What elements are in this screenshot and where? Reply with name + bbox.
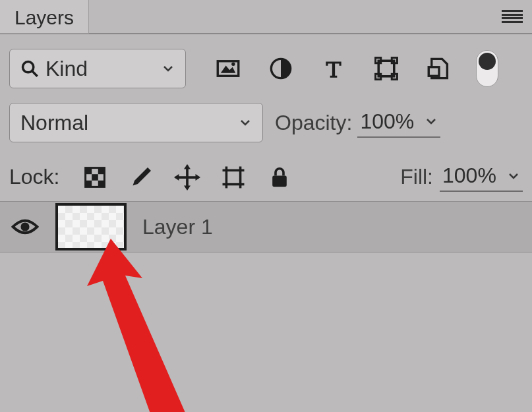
svg-marker-3 xyxy=(221,66,236,73)
annotation-arrow xyxy=(78,232,223,412)
panel-menu-button[interactable] xyxy=(492,0,532,33)
svg-marker-22 xyxy=(174,174,179,181)
filter-kind-label: Kind xyxy=(45,57,155,81)
lock-pixels-icon[interactable] xyxy=(128,164,154,191)
toggle-knob xyxy=(479,53,496,70)
lock-position-icon[interactable] xyxy=(174,164,200,191)
svg-rect-13 xyxy=(86,167,92,174)
chevron-down-icon xyxy=(507,169,520,183)
svg-rect-33 xyxy=(273,175,287,187)
panel-title: Layers xyxy=(15,7,74,28)
opacity-input[interactable]: 100% xyxy=(357,108,440,138)
fill-label: Fill: xyxy=(400,165,433,189)
blend-mode-value: Normal xyxy=(20,111,239,135)
fill-input[interactable]: 100% xyxy=(440,162,523,192)
svg-marker-35 xyxy=(87,239,190,412)
smart-object-filter-icon[interactable] xyxy=(426,55,452,82)
svg-rect-24 xyxy=(227,170,241,184)
adjustment-layer-filter-icon[interactable] xyxy=(268,55,294,82)
hamburger-icon xyxy=(502,10,523,23)
svg-point-0 xyxy=(23,62,34,73)
layer-name[interactable]: Layer 1 xyxy=(142,215,213,239)
search-icon xyxy=(20,59,39,78)
visibility-toggle[interactable] xyxy=(11,218,40,236)
fill-value: 100% xyxy=(442,163,502,188)
svg-rect-16 xyxy=(86,180,92,187)
lock-transparency-icon[interactable] xyxy=(82,164,108,191)
svg-rect-15 xyxy=(92,174,99,181)
blend-mode-select[interactable]: Normal xyxy=(9,103,263,142)
chevron-down-icon xyxy=(162,62,176,75)
svg-marker-23 xyxy=(196,174,201,181)
type-layer-filter-icon[interactable] xyxy=(320,55,347,82)
layer-row[interactable]: Layer 1 xyxy=(0,201,532,252)
chevron-down-icon xyxy=(425,115,438,128)
filter-toggle[interactable] xyxy=(476,50,498,87)
svg-marker-21 xyxy=(184,185,191,191)
lock-label: Lock: xyxy=(9,165,59,189)
lock-all-icon[interactable] xyxy=(266,164,293,191)
layers-panel-tab[interactable]: Layers xyxy=(0,0,89,34)
filter-kind-select[interactable]: Kind xyxy=(9,49,186,88)
layer-thumbnail[interactable] xyxy=(55,203,127,250)
svg-rect-11 xyxy=(429,67,439,76)
layers-list: Layer 1 xyxy=(0,201,532,252)
svg-rect-17 xyxy=(98,180,105,187)
lock-artboard-icon[interactable] xyxy=(220,164,247,191)
svg-point-4 xyxy=(231,63,235,66)
svg-point-34 xyxy=(20,222,29,231)
svg-line-1 xyxy=(32,71,38,76)
svg-marker-20 xyxy=(184,164,191,169)
svg-rect-14 xyxy=(98,167,105,174)
shape-layer-filter-icon[interactable] xyxy=(373,55,399,82)
opacity-value: 100% xyxy=(360,109,419,134)
opacity-label: Opacity: xyxy=(275,111,352,135)
chevron-down-icon xyxy=(239,116,252,129)
pixel-layer-filter-icon[interactable] xyxy=(215,55,241,82)
